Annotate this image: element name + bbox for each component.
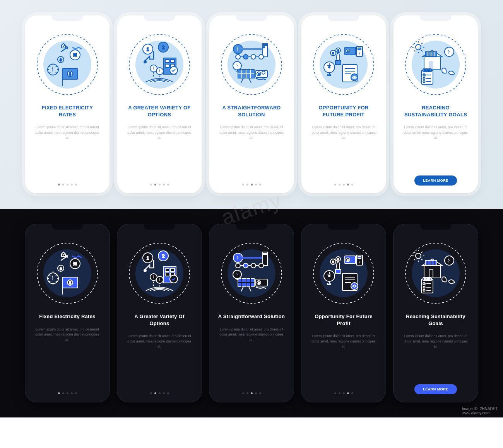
svg-rect-162 <box>335 269 341 273</box>
svg-rect-16 <box>171 60 175 63</box>
svg-rect-69 <box>335 61 341 65</box>
pagination-dots[interactable] <box>334 392 353 394</box>
profit-icon: $$$ <box>311 240 376 306</box>
pagination-dots[interactable] <box>150 184 169 186</box>
svg-point-64 <box>328 66 330 68</box>
svg-rect-111 <box>171 268 175 271</box>
phone-card: $ A STRAIGHTFORWARD SOLUTION Lorem ipsum… <box>209 15 294 193</box>
svg-rect-167 <box>358 257 361 259</box>
slide-title: REACHING SUSTAINABILITY GOALS <box>400 104 471 118</box>
slide-title: Opportunity For Future Profit <box>308 313 379 327</box>
svg-point-87 <box>423 74 425 76</box>
pagination-dots[interactable] <box>58 184 77 186</box>
svg-text:$: $ <box>337 49 339 52</box>
sustainability-icon: PLAN <box>403 32 469 97</box>
profit-icon: $$$ <box>311 32 376 97</box>
svg-rect-17 <box>165 64 169 67</box>
svg-text:$: $ <box>332 260 334 264</box>
slide-title: Fixed Electricity Rates <box>38 313 97 320</box>
svg-point-157 <box>328 275 330 277</box>
svg-text:$: $ <box>332 51 334 55</box>
svg-text:PLAN: PLAN <box>424 278 430 280</box>
svg-point-142 <box>259 263 263 268</box>
slide-title: A Straightforward Solution <box>217 313 287 320</box>
slide-body: Lorem ipsum dolor sit amet, pro deserunt… <box>216 125 287 141</box>
svg-point-47 <box>251 55 256 59</box>
slide-body: Lorem ipsum dolor sit amet, pro deserunt… <box>216 327 287 343</box>
svg-rect-112 <box>165 273 169 276</box>
svg-text:$: $ <box>60 58 62 62</box>
phone-card: $$$ Opportunity For Future Profit Lorem … <box>301 224 386 402</box>
svg-point-141 <box>251 263 256 268</box>
slide-body: Lorem ipsum dolor sit amet, pro deserunt… <box>308 125 379 141</box>
slide-body: Lorem ipsum dolor sit amet, pro deserunt… <box>400 334 471 349</box>
svg-point-48 <box>259 55 263 59</box>
phone-card: 12 A Greater Variety Of Options Lorem ip… <box>117 224 202 402</box>
pagination-dots[interactable] <box>242 392 261 394</box>
slide-body: Lorem ipsum dolor sit amet, pro deserunt… <box>308 334 379 349</box>
solution-icon: $ <box>219 240 284 306</box>
svg-point-140 <box>243 263 248 268</box>
sustainability-icon: PLAN <box>403 240 469 306</box>
slide-body: Lorem ipsum dolor sit amet, pro deserunt… <box>32 125 103 141</box>
pagination-dots[interactable] <box>334 184 353 186</box>
svg-rect-74 <box>358 48 361 50</box>
svg-text:$: $ <box>258 281 260 284</box>
phone-notch <box>236 224 267 230</box>
variety-options-icon: 12 <box>127 32 192 97</box>
pagination-dots[interactable] <box>150 392 169 394</box>
pagination-dots[interactable] <box>58 392 77 394</box>
svg-text:2: 2 <box>162 254 165 259</box>
svg-point-180 <box>423 283 425 285</box>
dark-row: $$ Fixed Electricity Rates Lorem ipsum d… <box>0 209 503 417</box>
svg-text:$: $ <box>69 72 71 76</box>
slide-body: Lorem ipsum dolor sit amet, pro deserunt… <box>124 334 195 349</box>
svg-point-46 <box>243 55 248 59</box>
svg-text:$: $ <box>69 281 71 285</box>
svg-rect-146 <box>256 279 267 286</box>
phone-card: 12 A GREATER VARIETY OF OPTIONS Lorem ip… <box>117 15 202 193</box>
phone-card: $$ FIXED ELECTRICITY RATES Lorem ipsum d… <box>25 15 109 193</box>
slide-title: A STRAIGHTFORWARD SOLUTION <box>216 104 287 118</box>
svg-rect-44 <box>263 47 265 48</box>
phone-notch <box>144 224 175 230</box>
light-row: $$ FIXED ELECTRICITY RATES Lorem ipsum d… <box>0 0 503 209</box>
slide-title: A GREATER VARIETY OF OPTIONS <box>124 104 195 118</box>
slide-title: OPPORTUNITY FOR FUTURE PROFIT <box>308 104 379 118</box>
svg-text:$: $ <box>337 258 339 261</box>
svg-rect-83 <box>429 61 433 69</box>
pagination-dots[interactable] <box>242 184 261 186</box>
variety-options-icon: 12 <box>127 240 192 306</box>
phone-card: $ A Straightforward Solution Lorem ipsum… <box>209 224 294 402</box>
slide-title: Reaching Sustainability Goals <box>400 313 471 327</box>
phone-notch <box>420 15 451 21</box>
svg-point-119 <box>144 269 146 272</box>
phone-notch <box>420 224 451 230</box>
learn-more-button[interactable]: LEARN MORE <box>414 175 457 186</box>
svg-rect-137 <box>263 253 265 254</box>
fixed-rates-icon: $$ <box>34 240 100 306</box>
svg-text:1: 1 <box>147 256 149 261</box>
fixed-rates-icon: $$ <box>34 32 100 97</box>
slide-body: Lorem ipsum dolor sit amet, pro deserunt… <box>400 125 471 141</box>
svg-point-139 <box>236 263 240 268</box>
svg-point-45 <box>236 55 240 59</box>
phone-notch <box>328 224 359 230</box>
phone-card: $$ Fixed Electricity Rates Lorem ipsum d… <box>25 224 109 402</box>
phone-card: $$$ OPPORTUNITY FOR FUTURE PROFIT Lorem … <box>301 15 386 193</box>
slide-title: A Greater Variety Of Options <box>124 313 195 327</box>
svg-point-24 <box>144 61 146 63</box>
phone-notch <box>144 15 175 21</box>
svg-rect-138 <box>265 253 267 254</box>
phone-notch <box>52 15 83 21</box>
phone-card: PLAN REACHING SUSTAINABILITY GOALS Lorem… <box>394 15 478 193</box>
svg-rect-43 <box>265 44 267 46</box>
learn-more-button[interactable]: LEARN MORE <box>414 384 457 394</box>
svg-text:$: $ <box>60 267 62 271</box>
svg-text:2: 2 <box>162 45 165 50</box>
svg-text:PLAN: PLAN <box>424 69 430 72</box>
svg-rect-52 <box>256 70 267 77</box>
svg-rect-15 <box>165 60 169 63</box>
phone-card: PLAN Reaching Sustainability Goals Lorem… <box>394 224 478 402</box>
phone-notch <box>52 224 83 230</box>
